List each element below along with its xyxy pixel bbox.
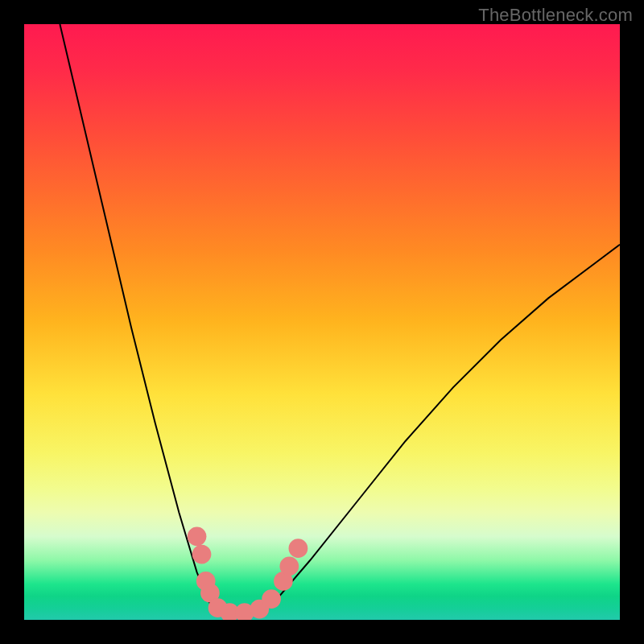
right-dot-1 [262,589,281,609]
watermark-text: TheBottleneck.com [478,5,633,26]
bottleneck-curve-right [275,245,620,602]
bottleneck-curve [60,24,620,614]
plot-area [24,24,620,620]
right-dot-3 [279,557,299,576]
curve-layer [24,24,620,620]
bottleneck-curve-left [60,24,208,602]
left-dot-1 [188,527,207,547]
chart-frame: TheBottleneck.com [0,0,644,644]
right-dot-4 [289,539,308,558]
marker-group [188,527,308,620]
left-dot-2 [192,545,212,564]
